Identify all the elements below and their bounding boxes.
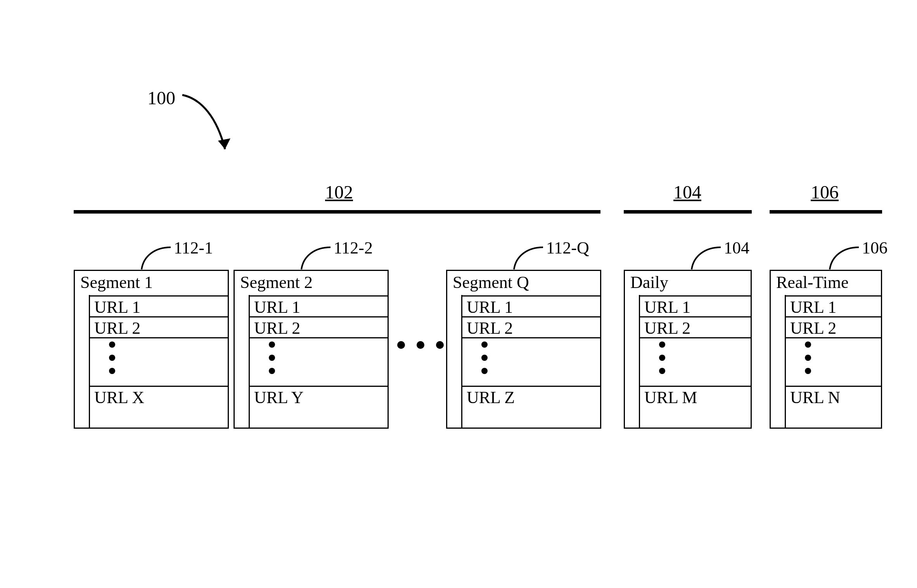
callout-label-realtime: 106 [862,238,888,258]
vertical-ellipsis-icon [89,337,228,386]
url-row-last: URL X [89,386,228,407]
segment-box-seg2: Segment 2 URL 1 URL 2 URL Y [234,270,389,429]
url-row: URL 2 [785,316,881,337]
callout-label-seg2: 112-2 [334,238,373,258]
vertical-ellipsis-icon [639,337,751,386]
callout-label-segq: 112-Q [546,238,589,258]
overall-ref-label: 100 [147,87,175,109]
url-row-last: URL Z [461,386,600,407]
segment-title: Segment Q [447,271,600,295]
url-row: URL 2 [249,316,388,337]
url-row: URL 2 [461,316,600,337]
callout-label-daily: 104 [724,238,749,258]
section-daily-ref: 104 [673,181,701,203]
segment-title: Segment 1 [75,271,228,295]
url-row: URL 1 [785,295,881,316]
segment-box-seg1: Segment 1 URL 1 URL 2 URL X [74,270,229,429]
segment-title: Daily [625,271,751,295]
url-row-last: URL N [785,386,881,407]
section-bar-realtime [770,210,882,214]
segment-title: Real-Time [771,271,881,295]
url-row: URL 1 [249,295,388,316]
url-row: URL 1 [461,295,600,316]
vertical-ellipsis-icon [249,337,388,386]
overall-ref-arrow-icon [178,91,244,165]
section-base-ref: 102 [325,181,353,203]
segment-box-realtime: Real-Time URL 1 URL 2 URL N [770,270,882,429]
section-bar-daily [624,210,752,214]
vertical-ellipsis-icon [785,337,881,386]
vertical-ellipsis-icon [461,337,600,386]
url-row-last: URL Y [249,386,388,407]
url-row: URL 2 [639,316,751,337]
section-bar-base [74,210,600,214]
section-realtime-ref: 106 [811,181,839,203]
svg-marker-0 [218,138,230,149]
callout-label-seg1: 112-1 [174,238,213,258]
diagram-stage: 100 102 104 106 112-1 Segment 1 URL 1 UR… [0,0,917,588]
segment-box-segq: Segment Q URL 1 URL 2 URL Z [446,270,601,429]
url-row: URL 2 [89,316,228,337]
horizontal-ellipsis-icon [397,341,444,349]
url-row-last: URL M [639,386,751,407]
segment-box-daily: Daily URL 1 URL 2 URL M [624,270,752,429]
segment-title: Segment 2 [235,271,388,295]
url-row: URL 1 [89,295,228,316]
url-row: URL 1 [639,295,751,316]
